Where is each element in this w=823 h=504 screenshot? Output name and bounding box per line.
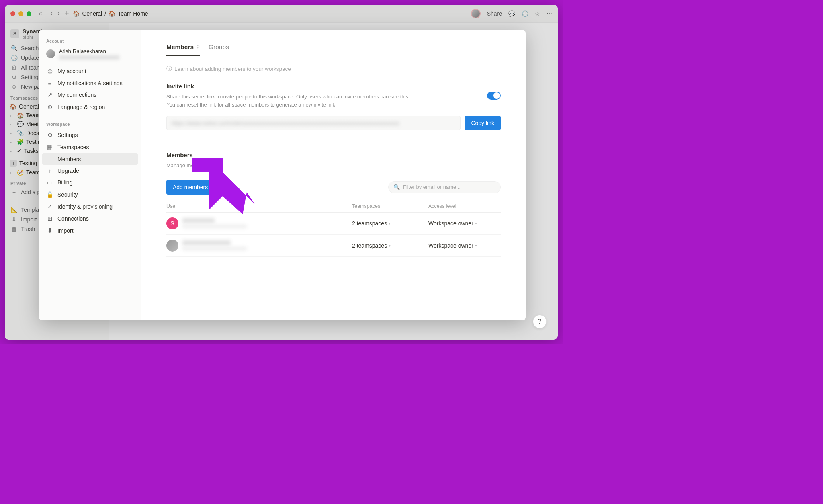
window-controls — [10, 11, 31, 16]
members-table: User Teamspaces Access level S 2 teamspa… — [166, 200, 501, 257]
new-tab-icon[interactable]: + — [62, 9, 72, 18]
crumb-team-home[interactable]: Team Home — [118, 10, 148, 17]
sidebar-item-language[interactable]: ⊕Language & region — [42, 101, 138, 113]
trash-icon: 🗑 — [10, 226, 18, 232]
user-avatar — [166, 240, 178, 252]
user-avatar: S — [166, 217, 178, 229]
invite-link-desc: Share this secret link to invite people … — [166, 93, 416, 109]
crumb-general[interactable]: General — [82, 10, 102, 17]
table-row[interactable]: 2 teamspaces▾ Workspace owner▾ — [166, 235, 501, 257]
star-icon[interactable]: ☆ — [535, 10, 540, 17]
teamspaces-dropdown[interactable]: 2 teamspaces▾ — [352, 242, 428, 249]
access-dropdown[interactable]: Workspace owner▾ — [428, 242, 501, 249]
col-user: User — [166, 203, 352, 209]
comments-icon[interactable]: 💬 — [508, 10, 515, 17]
account-icon: ◎ — [46, 68, 53, 75]
crumb-sep: / — [104, 10, 106, 17]
user-name-blurred — [182, 218, 215, 223]
col-teamspaces: Teamspaces — [352, 203, 428, 209]
copy-link-button[interactable]: Copy link — [465, 116, 501, 130]
chevron-down-icon: ▾ — [475, 243, 477, 248]
sidebar-item-my-account[interactable]: ◎My account — [42, 65, 138, 77]
updates-icon[interactable]: 🕓 — [522, 10, 528, 17]
people-icon: ⛬ — [46, 156, 53, 162]
sidebar-item-connections[interactable]: ⊞Connections — [42, 213, 138, 225]
compass-icon: 🧭 — [17, 169, 24, 176]
sliders-icon: ≡ — [46, 80, 53, 86]
tab-groups[interactable]: Groups — [209, 41, 229, 56]
members-count: 2 — [196, 43, 200, 50]
sidebar-item-billing[interactable]: ▭Billing — [42, 176, 138, 188]
share-button[interactable]: Share — [487, 10, 502, 17]
sidebar-item-notifications[interactable]: ≡My notifications & settings — [42, 77, 138, 89]
members-title: Members — [166, 152, 501, 158]
home-icon: 🏠 — [73, 10, 80, 17]
gear-icon: ⚙ — [46, 131, 53, 139]
help-button[interactable]: ? — [533, 315, 547, 328]
grid-icon: ⊞ — [46, 215, 53, 222]
sidebar-item-security[interactable]: 🔒Security — [42, 188, 138, 201]
invite-link-field[interactable]: https://www.notion.so/invite/xxxxxxxxxxx… — [166, 116, 461, 130]
avatar[interactable] — [471, 9, 481, 18]
chevron-down-icon: ▾ — [389, 243, 391, 248]
user-name-blurred — [182, 240, 231, 245]
shield-icon: ✓ — [46, 203, 53, 210]
building-icon: ▦ — [46, 143, 53, 151]
arrow-out-icon: ↗ — [46, 91, 53, 98]
arrow-up-icon: ↑ — [46, 167, 53, 174]
sidebar-user[interactable]: Atish Rajasekharan — [42, 46, 138, 65]
sidebar-item-settings[interactable]: ⚙Settings — [42, 129, 138, 141]
home-icon: 🏠 — [109, 10, 115, 17]
sidebar-header-account: Account — [42, 36, 138, 46]
user-email-blurred — [182, 225, 247, 228]
user-email-blurred — [59, 55, 119, 59]
collapse-sidebar-icon[interactable]: « — [39, 10, 42, 17]
chevron-down-icon: ▾ — [475, 221, 477, 225]
maximize-window-icon[interactable] — [27, 11, 31, 16]
user-avatar — [46, 49, 55, 58]
sidebar-item-members[interactable]: ⛬Members — [42, 153, 138, 165]
gear-icon: ⚙ — [10, 74, 18, 80]
close-window-icon[interactable] — [10, 11, 15, 16]
invite-link-toggle[interactable] — [487, 92, 501, 100]
tab-members[interactable]: Members 2 — [166, 41, 200, 56]
invite-link-title: Invite link — [166, 83, 416, 90]
titlebar: « ‹ › + 🏠 General / 🏠 Team Home Share 💬 … — [5, 5, 558, 23]
chevron-right-icon: ▸ — [10, 113, 14, 118]
more-icon[interactable]: ⋯ — [547, 10, 552, 17]
reset-link[interactable]: reset the link — [186, 102, 216, 108]
search-icon: 🔍 — [393, 184, 400, 190]
clock-icon: 🕓 — [10, 55, 18, 61]
globe-icon: ⊕ — [46, 103, 53, 111]
members-desc: Manage members here. — [166, 162, 416, 170]
minimize-window-icon[interactable] — [18, 11, 23, 16]
filter-input[interactable]: 🔍Filter by email or name... — [388, 181, 501, 193]
table-row[interactable]: S 2 teamspaces▾ Workspace owner▾ — [166, 213, 501, 235]
info-banner[interactable]: ⓘLearn about adding members to your work… — [166, 65, 501, 72]
teamspace-badge: T — [10, 160, 17, 167]
nav-forward-icon[interactable]: › — [55, 9, 62, 18]
col-access: Access level — [428, 203, 501, 209]
info-icon: ⓘ — [166, 65, 172, 72]
sidebar-header-workspace: Workspace — [42, 119, 138, 129]
sidebar-item-identity[interactable]: ✓Identity & provisioning — [42, 201, 138, 213]
access-dropdown[interactable]: Workspace owner▾ — [428, 220, 501, 227]
sidebar-item-teamspaces[interactable]: ▦Teamspaces — [42, 141, 138, 153]
download-icon: ⬇ — [10, 216, 18, 223]
home-icon: 🏠 — [17, 112, 24, 119]
chevron-down-icon: ▾ — [389, 221, 391, 225]
breadcrumb[interactable]: 🏠 General / 🏠 Team Home — [73, 10, 148, 17]
teamspaces-dropdown[interactable]: 2 teamspaces▾ — [352, 220, 428, 227]
nav-back-icon[interactable]: ‹ — [48, 9, 55, 18]
templates-icon: 📐 — [10, 207, 18, 213]
settings-modal: Account Atish Rajasekharan ◎My account ≡… — [39, 30, 526, 320]
add-members-button[interactable]: Add members — [166, 180, 214, 195]
chat-icon: 💬 — [17, 121, 24, 127]
sidebar-item-upgrade[interactable]: ↑Upgrade — [42, 165, 138, 176]
settings-content: Members 2 Groups ⓘLearn about adding mem… — [141, 30, 526, 320]
puzzle-icon: 🧩 — [17, 139, 24, 145]
lock-icon: 🔒 — [46, 191, 53, 198]
sidebar-item-my-connections[interactable]: ↗My connections — [42, 89, 138, 101]
workspace-badge: S — [10, 29, 19, 38]
sidebar-item-import[interactable]: ⬇Import — [42, 225, 138, 237]
